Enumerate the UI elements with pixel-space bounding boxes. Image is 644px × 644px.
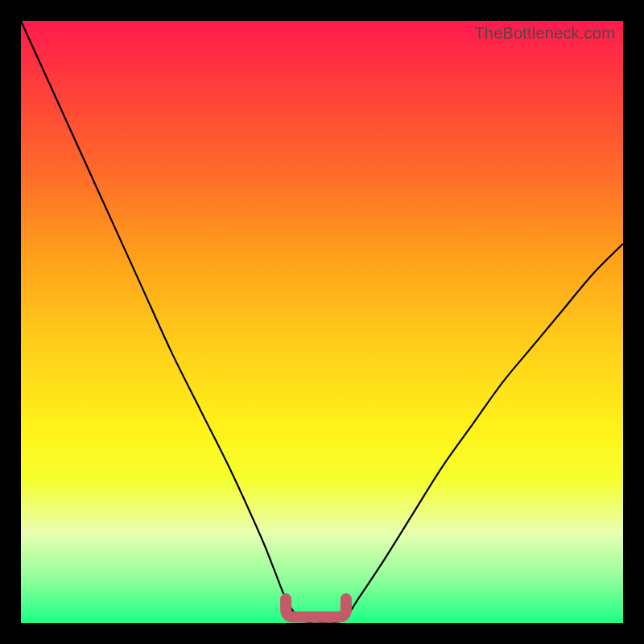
watermark-text: TheBottleneck.com bbox=[474, 24, 615, 43]
chart-frame: TheBottleneck.com bbox=[0, 0, 644, 644]
chart-plot-area: TheBottleneck.com bbox=[21, 21, 623, 623]
chart-svg bbox=[21, 21, 623, 623]
optimal-zone-marker bbox=[286, 599, 346, 617]
bottleneck-curve bbox=[21, 21, 623, 623]
